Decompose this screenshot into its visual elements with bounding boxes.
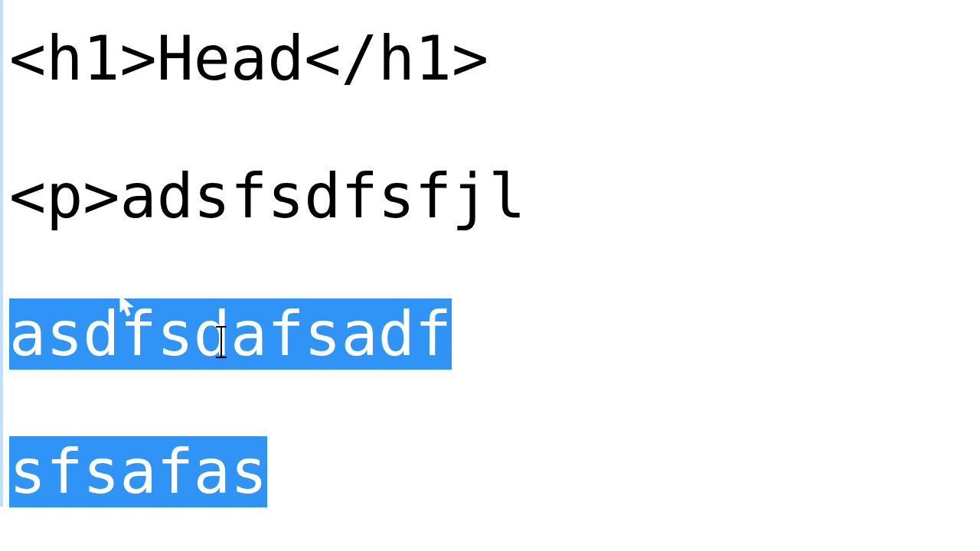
code-line[interactable]: asdfsdafsadf bbox=[9, 300, 980, 369]
selected-text[interactable]: asdfsdafsadf bbox=[9, 298, 452, 370]
code-line[interactable]: <h1>Head</h1> bbox=[9, 24, 980, 93]
code-editor[interactable]: <h1>Head</h1> <p>adsfsdfsfjl asdfsdafsad… bbox=[0, 0, 980, 507]
selected-text[interactable]: sfsafas bbox=[9, 436, 267, 507]
code-block[interactable]: <h1>Head</h1> <p>adsfsdfsfjl asdfsdafsad… bbox=[9, 0, 980, 551]
code-line[interactable]: sfsafas bbox=[9, 438, 980, 507]
code-line[interactable]: <p>adsfsdfsfjl bbox=[9, 162, 980, 231]
